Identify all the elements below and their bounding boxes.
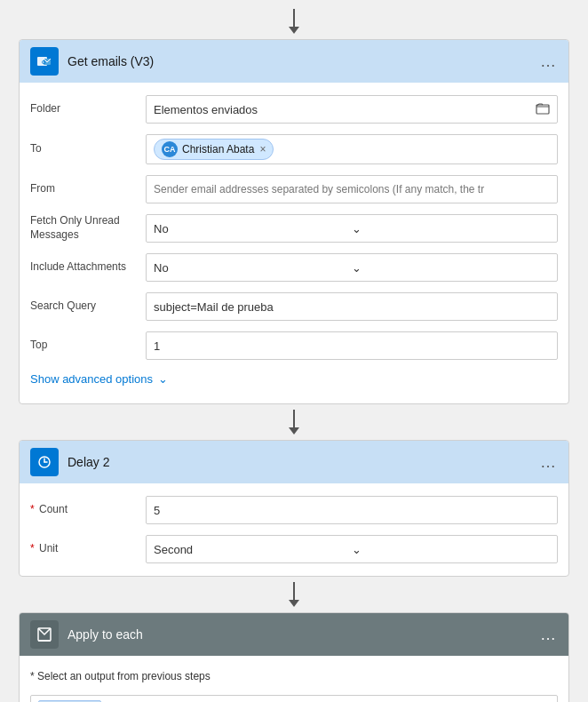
connector-line-1	[293, 410, 295, 427]
delay-2-title: Delay 2	[68, 455, 540, 469]
get-emails-menu[interactable]: …	[540, 52, 558, 71]
connector-arrow	[289, 27, 299, 34]
apply-to-each-menu[interactable]: …	[540, 626, 558, 644]
apply-to-each-body: * Select an output from previous steps O…	[20, 656, 568, 702]
unit-label: * Unit	[30, 542, 146, 556]
top-input[interactable]	[146, 331, 558, 360]
value-tag-row: O value ×	[20, 695, 568, 702]
to-input[interactable]: CA Christian Abata ×	[146, 134, 558, 164]
apply-to-each-title: Apply to each	[68, 627, 540, 642]
folder-row: Folder Elementos enviados	[20, 90, 568, 129]
get-emails-card: O Get emails (V3) … Folder Elementos env…	[19, 39, 569, 404]
get-emails-body: Folder Elementos enviados To CA Christia…	[20, 83, 568, 403]
fetch-unread-select[interactable]: No ⌄	[146, 214, 558, 243]
fetch-unread-value: No	[154, 222, 352, 235]
apply-to-each-icon	[30, 620, 59, 649]
from-input[interactable]	[146, 175, 558, 203]
search-query-row: Search Query	[20, 287, 568, 326]
unit-chevron: ⌄	[352, 543, 550, 556]
top-connector	[289, 9, 299, 34]
unit-select[interactable]: Second ⌄	[146, 535, 558, 563]
include-attachments-select[interactable]: No ⌄	[146, 253, 558, 282]
apply-to-each-card: Apply to each … * Select an output from …	[19, 612, 569, 702]
connector-arrow-1	[289, 427, 299, 435]
delay-2-icon	[30, 448, 59, 476]
connector-2	[289, 582, 299, 607]
include-attachments-row: Include Attachments No ⌄	[20, 248, 568, 287]
include-attachments-chevron: ⌄	[352, 261, 550, 275]
count-input[interactable]	[146, 496, 558, 524]
select-output-label: * Select an output from previous steps	[30, 670, 211, 688]
delay-2-header: Delay 2 …	[20, 441, 568, 483]
unit-required: *	[30, 542, 35, 554]
fetch-unread-chevron: ⌄	[352, 222, 550, 235]
apply-to-each-header: Apply to each …	[20, 613, 568, 656]
connector-line-2	[293, 582, 295, 600]
from-label: From	[30, 182, 146, 196]
to-row: To CA Christian Abata ×	[20, 129, 568, 170]
top-row: Top	[20, 326, 568, 365]
folder-label: Folder	[30, 102, 146, 116]
show-advanced-label: Show advanced options	[30, 372, 153, 386]
include-attachments-value: No	[154, 261, 352, 275]
connector-1	[289, 410, 299, 435]
count-row: * Count	[20, 491, 568, 530]
get-emails-title: Get emails (V3)	[68, 54, 540, 68]
select-output-row: * Select an output from previous steps	[20, 663, 568, 695]
unit-value: Second	[154, 543, 352, 556]
svg-text:O: O	[42, 60, 46, 65]
tag-avatar: CA	[162, 141, 178, 157]
get-emails-header: O Get emails (V3) …	[20, 40, 568, 83]
tag-name: Christian Abata	[182, 143, 254, 156]
delay-2-menu[interactable]: …	[540, 453, 558, 472]
count-label: * Count	[30, 503, 146, 517]
delay-2-card: Delay 2 … * Count * Unit Second ⌄	[19, 440, 569, 577]
flow-container: O Get emails (V3) … Folder Elementos env…	[0, 0, 588, 702]
fetch-unread-row: Fetch Only Unread Messages No ⌄	[20, 209, 568, 248]
include-attachments-label: Include Attachments	[30, 260, 146, 275]
tag-close[interactable]: ×	[259, 143, 266, 156]
folder-value: Elementos enviados	[154, 103, 258, 116]
unit-row: * Unit Second ⌄	[20, 530, 568, 569]
delay-2-body: * Count * Unit Second ⌄	[20, 483, 568, 576]
folder-icon	[536, 101, 550, 118]
folder-input[interactable]: Elementos enviados	[146, 95, 558, 124]
show-advanced-options[interactable]: Show advanced options ⌄	[20, 365, 568, 396]
connector-line	[293, 9, 295, 27]
get-emails-icon: O	[30, 47, 59, 76]
show-advanced-chevron: ⌄	[158, 372, 168, 386]
search-query-label: Search Query	[30, 299, 146, 314]
from-row: From	[20, 170, 568, 209]
count-required: *	[30, 503, 35, 515]
top-label: Top	[30, 339, 146, 353]
delay-svg	[36, 453, 53, 471]
apply-svg	[36, 626, 53, 643]
christian-abata-tag: CA Christian Abata ×	[154, 139, 274, 160]
to-label: To	[30, 142, 146, 156]
fetch-unread-label: Fetch Only Unread Messages	[30, 214, 146, 242]
outlook-svg: O	[36, 52, 53, 70]
search-query-input[interactable]	[146, 292, 558, 321]
value-tag-input[interactable]: O value ×	[30, 695, 558, 702]
connector-arrow-2	[289, 600, 299, 607]
